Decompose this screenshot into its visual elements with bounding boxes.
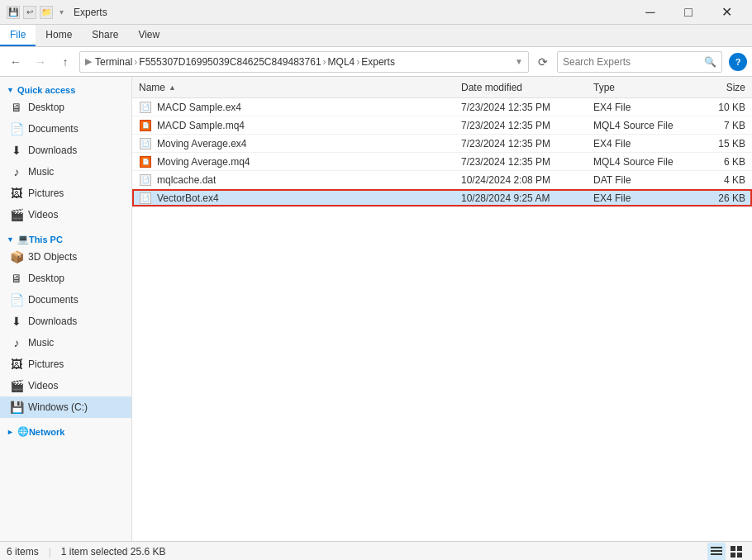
sort-arrow: ▲ — [169, 83, 176, 92]
expand-icon: ▼ — [7, 86, 14, 94]
sidebar-group-network[interactable]: ► 🌐 Network — [0, 421, 131, 439]
sidebar-label-downloads: Downloads — [28, 145, 77, 156]
file-type: EX4 File — [587, 192, 694, 204]
file-date: 7/23/2024 12:35 PM — [455, 102, 587, 113]
table-row[interactable]: 📄 Moving Average.mq4 7/23/2024 12:35 PM … — [132, 153, 752, 171]
path-segment-experts[interactable]: Experts — [361, 56, 395, 68]
sidebar-label-downloads2: Downloads — [28, 316, 77, 327]
up-button[interactable]: ↑ — [55, 51, 76, 73]
sidebar-item-3dobjects[interactable]: 📦 3D Objects — [0, 246, 131, 268]
this-pc-icon: 💻 — [17, 234, 29, 244]
file-icon-ex4: 📄 — [139, 101, 152, 114]
table-row[interactable]: 📄 Moving Average.ex4 7/23/2024 12:35 PM … — [132, 135, 752, 153]
sidebar-item-pictures2[interactable]: 🖼 Pictures — [0, 354, 131, 375]
sidebar-group-quick-access[interactable]: ▼ Quick access — [0, 80, 131, 97]
file-name: Moving Average.ex4 — [157, 138, 247, 149]
title-bar: 💾 ↩ 📁 ▾ Experts ─ □ ✕ — [0, 0, 752, 25]
network-label: Network — [29, 427, 64, 437]
large-icons-view-button[interactable] — [727, 543, 745, 561]
path-segment-terminal[interactable]: Terminal — [95, 56, 132, 68]
svg-rect-5 — [731, 553, 735, 558]
sidebar-item-videos[interactable]: 🎬 Videos — [0, 204, 131, 225]
pictures2-icon: 🖼 — [10, 358, 23, 371]
sidebar-label-windows-c: Windows (C:) — [28, 401, 88, 413]
main-area: ▼ Quick access 🖥 Desktop 📄 Documents ⬇ D… — [0, 77, 752, 541]
folder-icon: 📁 — [40, 6, 53, 19]
path-segment-hash[interactable]: F555307D16995039C84625C849483761 — [139, 56, 321, 68]
undo-icon: ↩ — [23, 6, 36, 19]
file-date: 7/23/2024 12:35 PM — [455, 120, 587, 131]
file-name: MACD Sample.mq4 — [157, 120, 245, 131]
sidebar-item-desktop2[interactable]: 🖥 Desktop — [0, 268, 131, 289]
sidebar-item-documents[interactable]: 📄 Documents — [0, 118, 131, 140]
file-size: 10 KB — [694, 102, 752, 113]
ribbon: File Home Share View — [0, 25, 752, 47]
sidebar-item-music[interactable]: ♪ Music — [0, 161, 131, 183]
path-dropdown-icon[interactable]: ▼ — [515, 57, 523, 66]
tab-file[interactable]: File — [0, 25, 36, 46]
sidebar-item-documents2[interactable]: 📄 Documents — [0, 289, 131, 311]
sidebar-item-desktop[interactable]: 🖥 Desktop — [0, 97, 131, 118]
svg-rect-0 — [711, 547, 722, 548]
search-input[interactable] — [563, 56, 704, 68]
file-icon-mq4: 📄 — [139, 119, 152, 132]
file-size: 6 KB — [694, 156, 752, 168]
item-count: 6 items — [7, 546, 39, 558]
details-view-button[interactable] — [707, 543, 726, 561]
sidebar-item-music2[interactable]: ♪ Music — [0, 332, 131, 354]
file-size: 7 KB — [694, 120, 752, 131]
forward-button[interactable]: → — [30, 51, 51, 73]
sidebar-item-downloads[interactable]: ⬇ Downloads — [0, 140, 131, 161]
sidebar-item-downloads2[interactable]: ⬇ Downloads — [0, 311, 131, 332]
path-segment-mql4[interactable]: MQL4 — [328, 56, 355, 68]
ribbon-tabs: File Home Share View — [0, 25, 752, 46]
3dobjects-icon: 📦 — [10, 250, 23, 263]
svg-rect-2 — [711, 553, 722, 555]
col-header-size[interactable]: Size — [694, 82, 752, 93]
sidebar-label-documents2: Documents — [28, 294, 79, 306]
address-bar: ← → ↑ ▶ Terminal › F555307D16995039C8462… — [0, 47, 752, 77]
svg-rect-6 — [737, 553, 742, 558]
file-name-cell: 📄 VectorBot.ex4 — [132, 192, 455, 205]
maximize-button[interactable]: □ — [669, 0, 707, 25]
file-name-cell: 📄 MACD Sample.ex4 — [132, 101, 455, 114]
minimize-button[interactable]: ─ — [631, 0, 669, 25]
svg-rect-3 — [731, 546, 735, 551]
music2-icon: ♪ — [10, 336, 23, 349]
col-header-type[interactable]: Type — [587, 82, 694, 93]
file-icon-mq4-2: 📄 — [139, 155, 152, 168]
tab-home[interactable]: Home — [36, 25, 82, 46]
windows-c-icon: 💾 — [10, 401, 23, 414]
close-button[interactable]: ✕ — [707, 0, 745, 25]
downloads2-icon: ⬇ — [10, 315, 23, 328]
search-box[interactable]: 🔍 — [557, 51, 722, 73]
col-header-name[interactable]: Name ▲ — [132, 82, 455, 93]
table-row[interactable]: 📄 MACD Sample.mq4 7/23/2024 12:35 PM MQL… — [132, 116, 752, 135]
window-controls[interactable]: ─ □ ✕ — [631, 0, 745, 25]
expand-icon-network: ► — [7, 428, 14, 436]
title-bar-icons: 💾 ↩ 📁 ▾ — [7, 6, 64, 19]
file-name: Moving Average.mq4 — [157, 156, 250, 168]
sidebar-group-this-pc[interactable]: ▼ 💻 This PC — [0, 229, 131, 246]
file-name-cell: 📄 Moving Average.ex4 — [132, 137, 455, 150]
col-header-date[interactable]: Date modified — [455, 82, 587, 93]
sidebar: ▼ Quick access 🖥 Desktop 📄 Documents ⬇ D… — [0, 77, 132, 541]
back-button[interactable]: ← — [5, 51, 26, 73]
selected-info: 1 item selected 25.6 KB — [61, 546, 166, 558]
address-path[interactable]: ▶ Terminal › F555307D16995039C84625C8494… — [79, 51, 529, 73]
tab-share[interactable]: Share — [82, 25, 128, 46]
sidebar-label-3dobjects: 3D Objects — [28, 251, 77, 263]
sidebar-item-pictures[interactable]: 🖼 Pictures — [0, 183, 131, 204]
table-row[interactable]: 📄 VectorBot.ex4 10/28/2024 9:25 AM EX4 F… — [132, 189, 752, 207]
sidebar-label-pictures: Pictures — [28, 187, 64, 199]
file-size: 4 KB — [694, 174, 752, 186]
help-button[interactable]: ? — [729, 53, 747, 71]
refresh-button[interactable]: ⟳ — [532, 51, 554, 73]
sidebar-item-videos2[interactable]: 🎬 Videos — [0, 375, 131, 396]
tab-view[interactable]: View — [128, 25, 169, 46]
table-row[interactable]: 📄 mqlcache.dat 10/24/2024 2:08 PM DAT Fi… — [132, 171, 752, 189]
table-row[interactable]: 📄 MACD Sample.ex4 7/23/2024 12:35 PM EX4… — [132, 98, 752, 116]
documents-icon: 📄 — [10, 122, 23, 135]
sidebar-item-windows-c[interactable]: 💾 Windows (C:) — [0, 396, 131, 418]
list-header: Name ▲ Date modified Type Size — [132, 77, 752, 98]
